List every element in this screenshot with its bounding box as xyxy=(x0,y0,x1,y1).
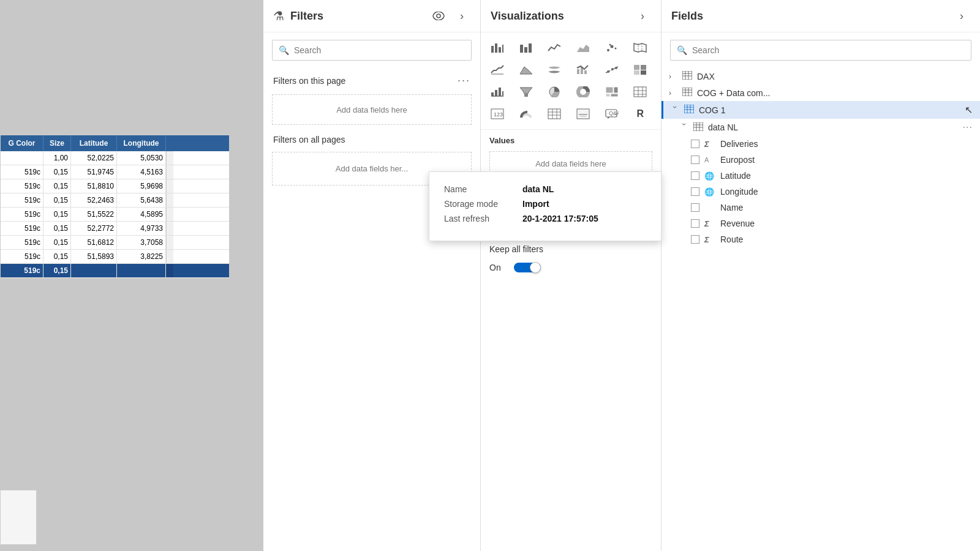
tooltip-refresh-label: Last refresh xyxy=(444,214,518,223)
viz-icon-mountain[interactable] xyxy=(514,59,538,80)
svg-rect-5 xyxy=(520,45,523,53)
viz-icon-treemap[interactable] xyxy=(600,81,624,102)
svg-point-12 xyxy=(609,44,611,46)
tree-item-cog1-label: COG 1 xyxy=(699,105,961,115)
col-header-gcolor: G Color xyxy=(1,135,43,151)
tree-item-cog-data[interactable]: › COG + Data com... xyxy=(662,84,980,101)
visibility-icon[interactable] xyxy=(430,7,447,24)
viz-icon-waterfall[interactable] xyxy=(486,59,509,80)
cell-gcolor: 519c xyxy=(1,222,43,235)
filters-search-box[interactable]: 🔍 xyxy=(272,40,472,61)
cell-size: 0,15 xyxy=(43,208,71,221)
field-checkbox-route[interactable] xyxy=(691,235,699,244)
viz-icon-combo-chart[interactable] xyxy=(571,59,595,80)
tooltip-name-row: Name data NL xyxy=(444,184,646,194)
svg-rect-28 xyxy=(495,90,497,96)
table-row: 519c 0,15 51,8810 5,9698 xyxy=(1,179,229,193)
viz-icon-area-chart[interactable] xyxy=(571,37,595,58)
viz-icon-kpi[interactable]: 123 xyxy=(486,103,509,124)
svg-rect-39 xyxy=(634,87,646,97)
visualizations-header: Visualizations › xyxy=(481,0,661,32)
tree-item-data-nl-label: data NL xyxy=(708,122,959,132)
field-checkbox-europost[interactable] xyxy=(691,156,699,164)
cell-longitude: 3,8225 xyxy=(117,250,166,263)
viz-icon-line-scatter[interactable] xyxy=(600,59,624,80)
fields-search-input[interactable] xyxy=(692,45,965,55)
tooltip-name-value: data NL xyxy=(522,184,554,194)
viz-icon-scatter[interactable] xyxy=(600,37,624,58)
tree-item-cog1[interactable]: › COG 1 ↖ xyxy=(662,101,980,119)
svg-text:Q&A: Q&A xyxy=(609,110,619,116)
field-row-longitude[interactable]: 🌐 Longitude xyxy=(662,184,980,200)
field-checkbox-deliveries[interactable] xyxy=(691,140,699,148)
filters-search-input[interactable] xyxy=(294,45,465,55)
field-label-route: Route xyxy=(720,234,973,244)
tooltip-refresh-value: 20-1-2021 17:57:05 xyxy=(522,214,598,223)
tree-item-dax[interactable]: › DAX xyxy=(662,68,980,84)
more-options-icon[interactable]: ··· xyxy=(963,122,973,133)
keep-all-filters-row: Keep all filters xyxy=(481,239,661,259)
cell-gcolor: 519c xyxy=(1,165,43,179)
left-table-panel: G Color Size Latitude Longitude 1,00 52,… xyxy=(0,0,263,551)
viz-icon-donut[interactable] xyxy=(571,81,595,102)
field-checkbox-latitude[interactable] xyxy=(691,171,699,180)
table-row: 519c 0,15 51,5522 4,5895 xyxy=(1,208,229,222)
viz-icon-bar-chart[interactable] xyxy=(514,37,538,58)
svg-rect-3 xyxy=(499,47,501,53)
fields-search-box[interactable]: 🔍 xyxy=(670,40,971,61)
sigma-icon: Σ xyxy=(704,235,715,244)
fields-search-icon: 🔍 xyxy=(677,45,687,55)
cell-latitude xyxy=(71,264,117,277)
field-row-deliveries[interactable]: Σ Deliveries xyxy=(662,136,980,152)
keep-filters-toggle-track[interactable] xyxy=(514,263,541,272)
svg-rect-19 xyxy=(584,70,587,74)
cell-latitude: 51,8810 xyxy=(71,179,117,193)
viz-icon-stacked-bar[interactable] xyxy=(486,37,509,58)
viz-icon-r-visual[interactable]: R xyxy=(628,103,652,124)
fields-expand-icon[interactable]: › xyxy=(953,7,970,24)
expand-icon[interactable]: › xyxy=(453,7,470,24)
viz-icon-choropleth[interactable] xyxy=(628,59,652,80)
filters-panel: ⚗ Filters › 🔍 Filters on this page ··· A… xyxy=(263,0,481,551)
more-options-icon[interactable]: ··· xyxy=(458,74,470,87)
keep-all-filters-toggle[interactable]: On xyxy=(481,259,661,276)
field-checkbox-longitude[interactable] xyxy=(691,187,699,196)
visualizations-panel: Visualizations › xyxy=(481,0,662,551)
table-header-row: G Color Size Latitude Longitude xyxy=(1,135,229,151)
field-row-europost[interactable]: A Europost xyxy=(662,152,980,168)
field-row-name[interactable]: Name xyxy=(662,200,980,216)
chevron-right-icon: › xyxy=(669,89,677,97)
viz-icon-gauge[interactable] xyxy=(514,103,538,124)
viz-icon-funnel[interactable] xyxy=(514,81,538,102)
sigma-icon: Σ xyxy=(704,140,715,149)
field-checkbox-name[interactable] xyxy=(691,203,699,212)
viz-expand-icon[interactable]: › xyxy=(634,7,651,24)
add-fields-this-page[interactable]: Add data fields here xyxy=(272,94,472,125)
cell-longitude: 5,6438 xyxy=(117,193,166,207)
field-row-route[interactable]: Σ Route xyxy=(662,231,980,247)
field-label-longitude: Longitude xyxy=(720,187,973,197)
svg-rect-29 xyxy=(499,88,501,96)
field-checkbox-revenue[interactable] xyxy=(691,219,699,228)
tree-item-data-nl[interactable]: › data NL ··· xyxy=(662,119,980,136)
viz-icon-line-chart[interactable] xyxy=(543,37,566,58)
viz-icon-matrix[interactable] xyxy=(628,81,652,102)
tooltip-refresh-row: Last refresh 20-1-2021 17:57:05 xyxy=(444,214,646,223)
svg-marker-31 xyxy=(520,88,532,94)
cell-gcolor: 519c xyxy=(1,193,43,207)
visualizations-title: Visualizations xyxy=(491,10,634,23)
cursor-indicator: ↖ xyxy=(965,104,973,116)
table-row-selected: 519c 0,15 xyxy=(1,264,229,278)
tooltip-storage-value: Import xyxy=(522,199,549,209)
field-row-revenue[interactable]: Σ Revenue xyxy=(662,216,980,231)
viz-icon-card[interactable] xyxy=(571,103,595,124)
viz-icon-pie-chart[interactable] xyxy=(543,81,566,102)
viz-icon-qna[interactable]: Q&A xyxy=(600,103,624,124)
viz-icons-grid: 123 Q&A R xyxy=(481,32,661,130)
viz-icon-map[interactable] xyxy=(628,37,652,58)
viz-icon-column-chart[interactable] xyxy=(486,81,509,102)
viz-icon-ribbon[interactable] xyxy=(543,59,566,80)
cell-gcolor: 519c xyxy=(1,264,43,277)
field-row-latitude[interactable]: 🌐 Latitude xyxy=(662,168,980,184)
viz-icon-table[interactable] xyxy=(543,103,566,124)
